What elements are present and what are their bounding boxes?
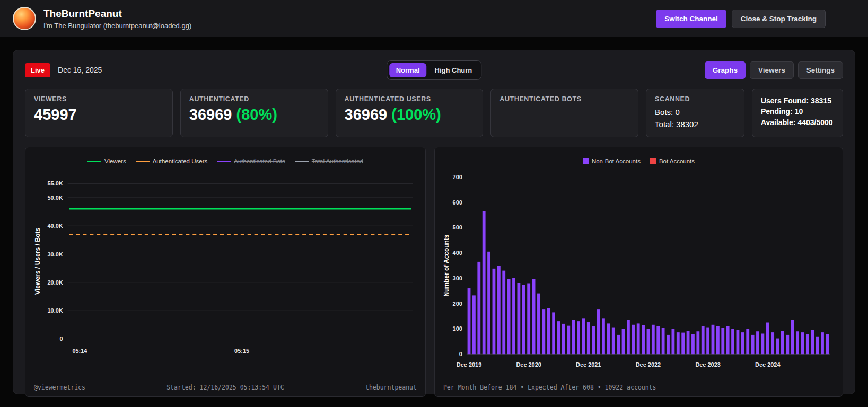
stat-card-authenticated-users: AUTHENTICATED USERS 36969 (100%) [336, 89, 484, 137]
legend-item[interactable]: Total Authenticated [295, 158, 363, 164]
scanned-total: Total: 38302 [655, 119, 735, 131]
viewer-metrics-line-chart: 010.0K20.0K30.0K40.0K50.0K55.0K05:1405:1… [33, 170, 418, 369]
dashboard-panel: Live Dec 16, 2025 Normal High Churn Grap… [13, 50, 855, 394]
svg-text:300: 300 [453, 275, 462, 281]
mode-normal-button[interactable]: Normal [389, 63, 427, 77]
tab-settings[interactable]: Settings [798, 61, 843, 79]
pending: Pending: 10 [761, 106, 834, 117]
users-found: Users Found: 38315 [761, 95, 834, 106]
live-badge: Live [25, 63, 50, 77]
legend-item[interactable]: Bot Accounts [650, 158, 695, 164]
toolbar: Live Dec 16, 2025 Normal High Churn Grap… [25, 61, 843, 79]
channel-avatar [13, 7, 36, 30]
stat-label: AUTHENTICATED BOTS [499, 95, 629, 103]
legend-label: Non-Bot Accounts [592, 158, 641, 164]
legend-swatch-icon [650, 158, 656, 164]
stat-card-scanned: SCANNED Bots: 0 Total: 38302 [646, 89, 744, 137]
svg-text:400: 400 [453, 250, 462, 256]
charts-row: ViewersAuthenticated UsersAuthenticated … [25, 147, 843, 397]
accounts-chart-footer: Per Month Before 184 • Expected After 60… [442, 381, 835, 392]
svg-text:500: 500 [453, 224, 462, 231]
legend-item[interactable]: Non-Bot Accounts [583, 158, 641, 164]
legend-label: Total Authenticated [312, 158, 363, 164]
legend-item[interactable]: Authenticated Users [136, 158, 208, 164]
svg-text:Viewers / Users / Bots: Viewers / Users / Bots [34, 227, 41, 295]
tab-viewers[interactable]: Viewers [750, 61, 794, 79]
legend-label: Viewers [104, 158, 126, 164]
scanned-bots: Bots: 0 [655, 107, 735, 119]
chart-start-time: Started: 12/16/2025 05:13:54 UTC [166, 384, 284, 391]
stat-card-authenticated-bots: AUTHENTICATED BOTS [490, 89, 638, 137]
app-header: TheBurntPeanut I'm The Bungulator (thebu… [0, 0, 868, 37]
stat-label: VIEWERS [34, 95, 164, 103]
svg-text:600: 600 [453, 199, 462, 206]
mode-high-churn-button[interactable]: High Churn [428, 63, 479, 77]
stat-percent: (80%) [236, 106, 277, 123]
header-actions: Switch Channel Close & Stop Tracking [656, 10, 826, 28]
viewer-chart-legend: ViewersAuthenticated UsersAuthenticated … [33, 154, 418, 167]
svg-text:Dec 2019: Dec 2019 [457, 361, 481, 368]
stat-value: 45997 [34, 107, 164, 123]
stat-value: 36969 (100%) [345, 107, 475, 123]
channel-info: TheBurntPeanut I'm The Bungulator (thebu… [43, 8, 191, 30]
legend-swatch-icon [295, 161, 309, 162]
accounts-summary: Per Month Before 184 • Expected After 60… [443, 384, 656, 391]
svg-text:05:14: 05:14 [72, 348, 87, 354]
svg-text:Dec 2023: Dec 2023 [695, 361, 720, 368]
viewer-metrics-panel: ViewersAuthenticated UsersAuthenticated … [25, 147, 426, 397]
svg-text:10.0K: 10.0K [48, 307, 63, 314]
stat-card-viewers: VIEWERS 45997 [25, 89, 173, 137]
stat-value: 36969 (80%) [189, 107, 319, 123]
svg-text:30.0K: 30.0K [48, 251, 63, 257]
accounts-panel: Non-Bot AccountsBot Accounts 01002003004… [434, 147, 843, 397]
stats-row: VIEWERS 45997 AUTHENTICATED 36969 (80%) … [25, 89, 843, 137]
viewer-chart-footer: @viewermetrics Started: 12/16/2025 05:13… [33, 381, 418, 392]
svg-text:05:15: 05:15 [234, 348, 249, 354]
svg-text:100: 100 [453, 325, 462, 332]
view-tabs: Graphs Viewers Settings [705, 61, 843, 79]
channel-name: TheBurntPeanut [43, 8, 191, 20]
stat-percent: (100%) [391, 106, 441, 123]
svg-text:200: 200 [453, 300, 462, 307]
stat-number: 36969 [189, 106, 232, 123]
svg-text:55.0K: 55.0K [48, 180, 63, 187]
channel-subtitle: I'm The Bungulator (theburntpeanut@loade… [43, 22, 191, 30]
accounts-bar-chart: 0100200300400500600700Number of Accounts… [442, 170, 835, 375]
legend-item[interactable]: Viewers [87, 158, 126, 164]
legend-label: Authenticated Users [153, 158, 208, 164]
svg-text:0: 0 [459, 351, 462, 357]
chart-channel-name: theburntpeanut [365, 384, 417, 391]
legend-swatch-icon [583, 158, 589, 164]
svg-text:700: 700 [453, 174, 462, 180]
svg-text:20.0K: 20.0K [48, 279, 63, 286]
svg-text:Dec 2022: Dec 2022 [636, 361, 661, 368]
date-label: Dec 16, 2025 [58, 66, 102, 74]
legend-swatch-icon [87, 161, 101, 162]
stat-card-capacity: Users Found: 38315 Pending: 10 Available… [752, 89, 843, 137]
legend-label: Bot Accounts [659, 158, 695, 164]
chart-credit: @viewermetrics [34, 384, 85, 391]
legend-swatch-icon [136, 161, 150, 162]
svg-text:0: 0 [60, 335, 63, 342]
stat-card-authenticated: AUTHENTICATED 36969 (80%) [180, 89, 328, 137]
stat-label: AUTHENTICATED [189, 95, 319, 103]
svg-text:Number of Accounts: Number of Accounts [443, 234, 450, 296]
svg-text:Dec 2021: Dec 2021 [576, 361, 601, 368]
legend-label: Authenticated Bots [234, 158, 285, 164]
mode-toggle: Normal High Churn [387, 60, 482, 80]
svg-text:Dec 2024: Dec 2024 [755, 361, 781, 368]
tab-graphs[interactable]: Graphs [705, 61, 746, 79]
accounts-chart-legend: Non-Bot AccountsBot Accounts [442, 154, 835, 167]
stat-label: SCANNED [655, 95, 735, 103]
available: Available: 4403/5000 [761, 117, 834, 128]
legend-swatch-icon [217, 161, 231, 162]
switch-channel-button[interactable]: Switch Channel [656, 10, 726, 28]
stat-number: 36969 [345, 106, 388, 123]
stat-label: AUTHENTICATED USERS [345, 95, 475, 103]
svg-text:50.0K: 50.0K [48, 194, 63, 201]
svg-text:40.0K: 40.0K [48, 223, 63, 229]
close-stop-tracking-button[interactable]: Close & Stop Tracking [732, 10, 826, 28]
legend-item[interactable]: Authenticated Bots [217, 158, 285, 164]
svg-text:Dec 2020: Dec 2020 [516, 361, 541, 368]
